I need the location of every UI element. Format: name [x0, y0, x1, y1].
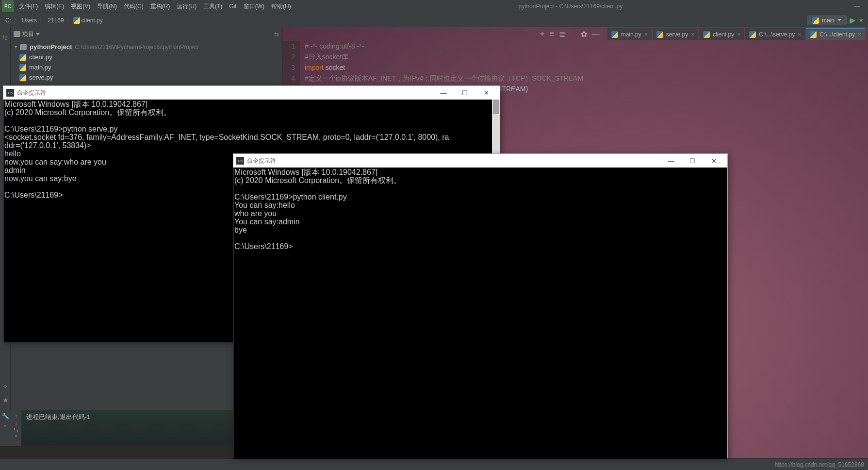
python-file-icon — [19, 74, 26, 81]
cmd2-minimize[interactable]: — — [660, 154, 682, 168]
tab-client[interactable]: client.py× — [699, 28, 744, 40]
menu-bar: PC 文件(F) 编辑(E) 视图(V) 导航(N) 代码(C) 重构(R) 运… — [0, 0, 868, 13]
tree-settings-icon[interactable]: ⇆ — [274, 31, 279, 37]
cmd1-title-text: 命令提示符 — [17, 89, 46, 97]
tree-root[interactable]: ▾ pythonProject C:\Users\21169\PycharmPr… — [11, 42, 282, 52]
python-file-icon — [611, 31, 618, 38]
cmd1-minimize[interactable]: — — [433, 86, 454, 100]
menu-window[interactable]: 窗口(W) — [240, 2, 268, 11]
bookmark-icon[interactable]: ✧ — [2, 383, 8, 390]
run-config-dropdown[interactable]: main — [807, 16, 847, 25]
menu-git[interactable]: Git — [226, 3, 240, 10]
run-output[interactable]: 进程已结束,退出代码-1 — [21, 410, 233, 446]
crumb-2[interactable]: 21169 — [46, 17, 65, 24]
pycharm-icon: PC — [2, 0, 14, 12]
python-file-icon — [703, 31, 710, 38]
python-file-icon — [19, 64, 26, 71]
cmd-icon: C:\ — [6, 89, 14, 97]
status-bar: https://blog.csdn.net/qq_51652868 — [0, 458, 868, 470]
star-icon[interactable]: ★ — [2, 396, 9, 404]
python-file-icon — [810, 31, 817, 38]
cmd2-maximize[interactable]: ☐ — [682, 154, 703, 168]
python-file-icon — [19, 54, 26, 61]
python-icon — [812, 17, 819, 24]
folder-icon — [20, 44, 27, 50]
close-tab-icon[interactable]: × — [644, 31, 648, 38]
wrench-icon[interactable]: 🔧 — [2, 413, 9, 420]
cmd2-title-text: 命令提示符 — [247, 157, 276, 165]
minimize-button[interactable]: — — [847, 1, 868, 12]
menu-run[interactable]: 运行(U) — [173, 2, 200, 11]
cmd2-body[interactable]: Microsoft Windows [版本 10.0.19042.867] (c… — [233, 168, 727, 459]
menu-help[interactable]: 帮助(H) — [268, 2, 295, 11]
breadcrumb-bar: C:〉 Users〉 21169〉 client.py main ▶ ✶ — [0, 13, 868, 27]
tab-clientpath[interactable]: C:\...\client.py× — [806, 28, 865, 40]
wrap-icon[interactable]: ⇆ — [14, 426, 18, 433]
tree-file-client[interactable]: client.py — [11, 52, 282, 62]
cmd1-close[interactable]: ✕ — [475, 86, 497, 100]
cmd2-close[interactable]: ✕ — [703, 154, 724, 168]
status-url: https://blog.csdn.net/qq_51652868 — [775, 461, 864, 468]
tree-root-path: C:\Users\21169\PycharmProjects\pythonPro… — [75, 44, 198, 50]
project-tree: ▾ pythonProject C:\Users\21169\PycharmPr… — [11, 41, 282, 84]
up-icon[interactable]: ↑ — [15, 413, 17, 420]
target-icon[interactable]: ⌖ — [540, 30, 544, 38]
chevron-down-icon — [837, 19, 841, 21]
gear-icon[interactable]: ✿ — [581, 30, 587, 39]
cmd1-titlebar[interactable]: C:\ 命令提示符 — ☐ ✕ — [3, 86, 500, 100]
run-tool-window: 🔧 » ↑ ↓ ⇆ » 进程已结束,退出代码-1 — [0, 410, 233, 458]
python-file-icon — [656, 31, 663, 38]
menu-tools[interactable]: 工具(T) — [200, 2, 226, 11]
crumb-3[interactable]: client.py — [80, 17, 104, 24]
minimize-panel-icon[interactable]: — — [592, 30, 600, 38]
collapse-icon[interactable]: ≣ — [559, 30, 565, 39]
crumb-1[interactable]: Users — [20, 17, 38, 24]
run-gutter-left: 🔧 » — [0, 410, 11, 446]
chevron-down-icon — [36, 33, 40, 35]
crumb-0[interactable]: C: — [4, 17, 13, 24]
close-tab-icon[interactable]: × — [798, 31, 801, 38]
menu-view[interactable]: 视图(V) — [67, 2, 94, 11]
tree-file-main[interactable]: main.py — [11, 62, 282, 72]
menu-refactor[interactable]: 重构(R) — [147, 2, 174, 11]
menu-file[interactable]: 文件(F) — [16, 2, 41, 11]
exit-message: 进程已结束,退出代码-1 — [26, 413, 228, 421]
cmd-window-client[interactable]: C:\ 命令提示符 — ☐ ✕ Microsoft Windows [版本 10… — [233, 153, 728, 458]
cmd1-maximize[interactable]: ☐ — [454, 86, 475, 100]
python-file-icon — [749, 31, 756, 38]
menu-edit[interactable]: 编辑(E) — [41, 2, 67, 11]
debug-button[interactable]: ✶ — [858, 17, 864, 24]
tab-serve[interactable]: serve.py× — [653, 28, 698, 40]
run-button[interactable]: ▶ — [850, 16, 855, 25]
cmd-icon: C:\ — [236, 157, 244, 165]
project-panel-header[interactable]: 项目 ⇆ — [11, 27, 282, 41]
menu-navigate[interactable]: 导航(N) — [94, 2, 120, 11]
tree-root-name: pythonProject — [30, 43, 72, 50]
run-gutter-right: ↑ ↓ ⇆ » — [11, 410, 21, 446]
folder-icon — [14, 31, 20, 37]
title-path: pythonProject - C:\Users\21169\client.py — [295, 3, 847, 10]
close-tab-icon[interactable]: × — [737, 31, 740, 38]
tab-main[interactable]: main.py× — [607, 28, 652, 40]
tab-servepath[interactable]: C:\...\serve.py× — [745, 28, 805, 40]
cmd2-titlebar[interactable]: C:\ 命令提示符 — ☐ ✕ — [233, 154, 727, 168]
menu-code[interactable]: 代码(C) — [120, 2, 147, 11]
project-panel-label: 项目 — [22, 30, 34, 38]
run-config-label: main — [822, 17, 835, 24]
close-tab-icon[interactable]: × — [691, 31, 694, 38]
filter-icon[interactable]: ≡ — [549, 30, 554, 38]
python-file-icon — [73, 17, 80, 24]
tree-file-serve[interactable]: serve.py — [11, 72, 282, 83]
close-tab-icon[interactable]: × — [858, 31, 861, 38]
down-icon[interactable]: ↓ — [15, 420, 17, 426]
